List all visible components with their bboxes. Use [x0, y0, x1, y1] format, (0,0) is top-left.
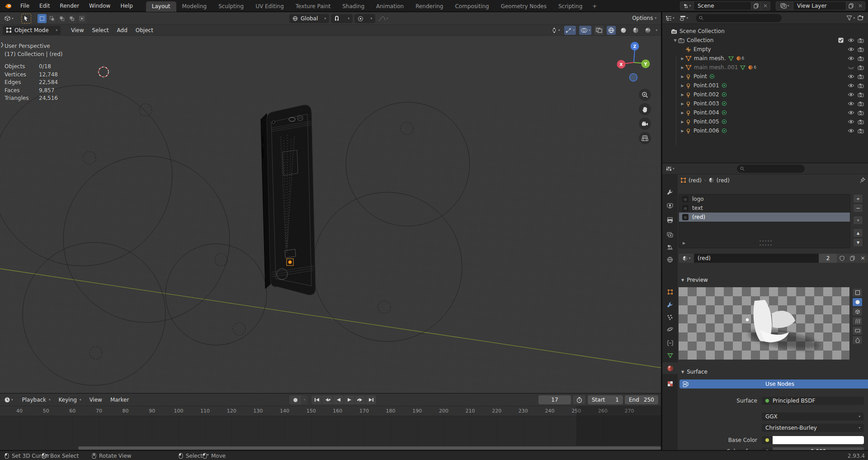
timeline-menu-view[interactable]: View — [85, 397, 106, 403]
checkbox-toggle[interactable] — [837, 37, 844, 44]
eye-toggle[interactable] — [847, 91, 854, 98]
zoom-icon[interactable] — [639, 89, 651, 101]
properties-tab-world[interactable] — [662, 254, 678, 266]
ggx-dropdown[interactable]: GGX▾ — [762, 413, 864, 421]
pin-icon[interactable] — [860, 177, 865, 183]
show-gizmo-toggle[interactable]: ▾ — [550, 26, 561, 35]
menu-edit[interactable]: Edit — [34, 0, 55, 12]
disclosure-icon[interactable]: ▶ — [679, 93, 685, 97]
properties-search-input[interactable] — [737, 165, 805, 173]
list-resize-grip[interactable]: ∙∙∙∙∙∙∙∙∙∙ — [759, 239, 773, 247]
scene-unlink-button[interactable]: ✕ — [761, 1, 770, 10]
material-slot--red-[interactable]: ◍(red) — [679, 213, 850, 222]
tab-texture-paint[interactable]: Texture Paint — [290, 1, 336, 12]
camera-toggle[interactable] — [857, 37, 864, 44]
shading-solid-button[interactable] — [619, 26, 628, 35]
menu-render[interactable]: Render — [55, 0, 84, 12]
play-back-button[interactable] — [333, 395, 344, 404]
view-layer-icon[interactable]: ▾ — [776, 1, 793, 10]
eye-toggle[interactable] — [847, 64, 854, 71]
auto-keying-record-button[interactable] — [289, 395, 301, 404]
timeline-ruler[interactable]: 4050607080901001101201301401501601701801… — [0, 406, 661, 416]
properties-tab-render[interactable] — [662, 200, 678, 212]
properties-tab-output[interactable] — [662, 214, 678, 226]
preview-panel-header[interactable]: ▼Preview∷∷ — [678, 276, 868, 284]
shading-material-button[interactable] — [631, 26, 640, 35]
properties-tab-modifiers[interactable] — [662, 299, 678, 311]
properties-tab-tool[interactable] — [662, 186, 678, 198]
menu-help[interactable]: Help — [115, 0, 137, 12]
falloff-icon[interactable]: ▾ — [377, 14, 390, 23]
scene-name-field[interactable]: Scene — [693, 1, 751, 10]
tab-uv-editing[interactable]: UV Editing — [250, 1, 290, 12]
properties-tab-object[interactable] — [662, 286, 678, 298]
disclosure-icon[interactable]: ▶ — [679, 75, 685, 79]
eye-toggle[interactable] — [847, 55, 854, 62]
overlays-toggle[interactable]: ▾ — [579, 26, 592, 35]
next-key-button[interactable] — [355, 395, 365, 404]
viewport-menu-add[interactable]: Add — [113, 27, 132, 33]
breadcrumb-item-0[interactable]: (red) — [680, 177, 702, 184]
outliner-row-collection[interactable]: ▼Collection — [662, 36, 868, 45]
mode-dropdown[interactable]: Object Mode▾ — [3, 26, 61, 35]
move-slot-up-button[interactable]: ▲ — [853, 228, 863, 237]
camera-toggle[interactable] — [857, 118, 864, 125]
properties-tab-scene[interactable] — [662, 241, 678, 253]
camera-toggle[interactable] — [857, 91, 864, 98]
camera-toggle[interactable] — [857, 109, 864, 116]
select-mode-invert-button[interactable] — [67, 14, 76, 23]
timeline-scrollbar[interactable] — [78, 446, 661, 450]
jump-last-button[interactable] — [366, 395, 376, 404]
navigation-gizmo[interactable]: Z X Y — [613, 39, 655, 84]
view-layer-name-field[interactable]: View Layer — [793, 1, 846, 10]
outliner-row-main-mesh-[interactable]: ▶main mesh.6 — [662, 54, 868, 63]
christensen-burley-dropdown[interactable]: Christensen-Burley▾ — [762, 424, 864, 432]
eye-toggle[interactable] — [847, 118, 854, 125]
eye-toggle[interactable] — [847, 82, 854, 89]
camera-toggle[interactable] — [857, 127, 864, 134]
gizmos-toggle[interactable]: ▾ — [564, 26, 576, 35]
disclosure-icon[interactable]: ▶ — [679, 111, 685, 115]
outliner-row-point-003[interactable]: ▶Point.003 — [662, 99, 868, 108]
camera-toggle[interactable] — [857, 82, 864, 89]
blender-logo-icon[interactable] — [5, 3, 12, 9]
timeline-menu-marker[interactable]: Marker — [106, 397, 133, 403]
tab-modeling[interactable]: Modeling — [176, 1, 213, 12]
tab-shading[interactable]: Shading — [336, 1, 370, 12]
disclosure-icon[interactable]: ▶ — [679, 84, 685, 88]
editor-type-3d-icon[interactable]: ▾ — [3, 14, 15, 23]
editor-type-timeline-icon[interactable]: ▾ — [3, 395, 14, 404]
current-frame-field[interactable]: 17 — [538, 395, 571, 404]
toolbar-toggle-arrow[interactable]: ❯ — [0, 42, 4, 47]
properties-tab-data[interactable] — [662, 350, 678, 361]
preview-hair-button[interactable] — [852, 317, 863, 326]
display-mode-dropdown[interactable]: ▾ — [679, 14, 690, 23]
disclosure-icon[interactable]: ▶ — [679, 66, 685, 70]
timeline-tracks[interactable] — [0, 416, 661, 446]
preview-cloth-button[interactable] — [852, 326, 863, 335]
view-layer-copy-button[interactable] — [846, 1, 856, 10]
proportional-editing-dropdown[interactable]: ▾ — [354, 14, 375, 23]
tab-rendering[interactable]: Rendering — [410, 1, 449, 12]
new-material-copy-icon[interactable] — [847, 254, 858, 263]
editor-type-properties-icon[interactable]: ▾ — [665, 164, 676, 173]
socket-button[interactable] — [762, 436, 773, 444]
tab-animation[interactable]: Animation — [370, 1, 410, 12]
shading-wireframe-button[interactable] — [607, 26, 616, 35]
timeline-menu-playback[interactable]: Playback ▾ — [18, 397, 55, 403]
orientation-dropdown[interactable]: Global▾ — [289, 14, 329, 23]
preview-fluid-button[interactable] — [852, 336, 863, 345]
surface-panel-header[interactable]: ▼Surface∷∷ — [678, 368, 868, 376]
properties-tab-material[interactable] — [662, 362, 678, 374]
material-slot-logo[interactable]: ◍logo — [679, 194, 850, 204]
material-name-field[interactable]: (red) — [694, 254, 819, 263]
use-preview-range-stopwatch-button[interactable] — [573, 395, 585, 404]
base-color-swatch[interactable] — [773, 436, 864, 444]
scene-icon[interactable]: ▾ — [680, 1, 693, 10]
new-collection-button[interactable] — [856, 14, 865, 23]
play-button[interactable] — [344, 395, 354, 404]
tab-compositing[interactable]: Compositing — [449, 1, 495, 12]
use-nodes-button[interactable]: Use Nodes — [679, 379, 868, 389]
viewport-menu-select[interactable]: Select — [88, 27, 113, 33]
tab-geometry-nodes[interactable]: Geometry Nodes — [495, 1, 552, 12]
